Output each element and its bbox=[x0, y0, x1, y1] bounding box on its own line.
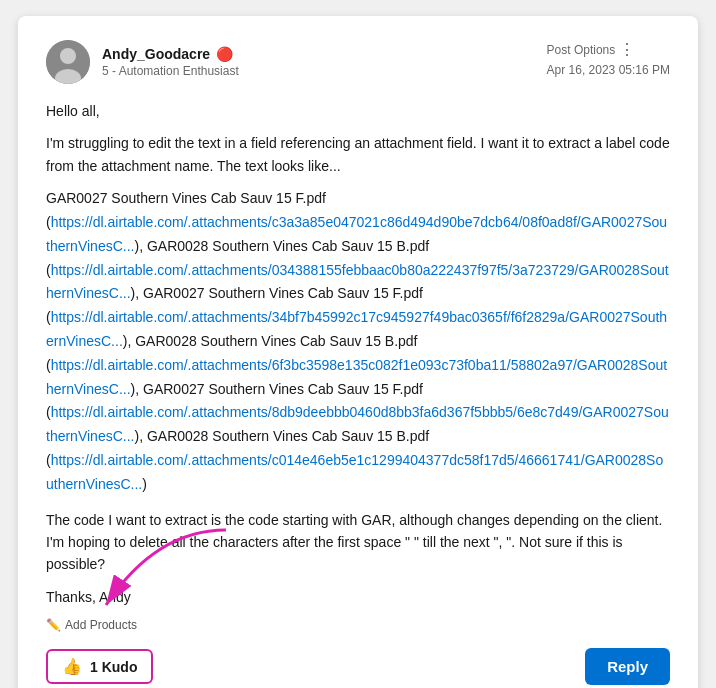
post-footer: 👍 1 Kudo Reply bbox=[46, 648, 670, 685]
file-name-6: GAR0028 Southern Vines Cab Sauv 15 B.pdf bbox=[147, 428, 429, 444]
file-name-3: GAR0027 Southern Vines Cab Sauv 15 F.pdf bbox=[143, 285, 423, 301]
kudo-count: 1 Kudo bbox=[90, 659, 137, 675]
file-name-4: GAR0028 Southern Vines Cab Sauv 15 B.pdf bbox=[135, 333, 417, 349]
post-date: Apr 16, 2023 05:16 PM bbox=[547, 63, 670, 77]
add-products-button[interactable]: ✏️ Add Products bbox=[46, 618, 670, 632]
thumbs-up-icon: 👍 bbox=[62, 657, 82, 676]
username: Andy_Goodacre 🔴 bbox=[102, 46, 239, 62]
username-text: Andy_Goodacre bbox=[102, 46, 210, 62]
badge-icon: 🔴 bbox=[216, 46, 233, 62]
file-name-1: GAR0027 Southern Vines Cab Sauv 15 F.pdf bbox=[46, 190, 326, 206]
body-paragraph-2: The code I want to extract is the code s… bbox=[46, 509, 670, 576]
svg-point-1 bbox=[60, 48, 76, 64]
greeting: Hello all, bbox=[46, 100, 670, 122]
header-right: Post Options ⋮ Apr 16, 2023 05:16 PM bbox=[547, 40, 670, 77]
file-name-2: GAR0028 Southern Vines Cab Sauv 15 B.pdf bbox=[147, 238, 429, 254]
avatar bbox=[46, 40, 90, 84]
pencil-icon: ✏️ bbox=[46, 618, 61, 632]
post-options-dots-icon: ⋮ bbox=[619, 40, 635, 59]
post-options-button[interactable]: Post Options ⋮ bbox=[547, 40, 670, 59]
post-options-label: Post Options bbox=[547, 43, 616, 57]
add-products-label: Add Products bbox=[65, 618, 137, 632]
file-list: GAR0027 Southern Vines Cab Sauv 15 F.pdf… bbox=[46, 187, 670, 496]
user-info: Andy_Goodacre 🔴 5 - Automation Enthusias… bbox=[102, 46, 239, 78]
kudo-button[interactable]: 👍 1 Kudo bbox=[46, 649, 153, 684]
file-link-6[interactable]: https://dl.airtable.com/.attachments/c01… bbox=[46, 452, 663, 492]
thanks: Thanks, Andy bbox=[46, 586, 670, 608]
header-left: Andy_Goodacre 🔴 5 - Automation Enthusias… bbox=[46, 40, 239, 84]
body-paragraph-1: I'm struggling to edit the text in a fie… bbox=[46, 132, 670, 177]
post-header: Andy_Goodacre 🔴 5 - Automation Enthusias… bbox=[46, 40, 670, 84]
post-card: Andy_Goodacre 🔴 5 - Automation Enthusias… bbox=[18, 16, 698, 688]
reply-button[interactable]: Reply bbox=[585, 648, 670, 685]
user-role: 5 - Automation Enthusiast bbox=[102, 64, 239, 78]
post-content: Hello all, I'm struggling to edit the te… bbox=[46, 100, 670, 608]
file-name-5: GAR0027 Southern Vines Cab Sauv 15 F.pdf bbox=[143, 381, 423, 397]
